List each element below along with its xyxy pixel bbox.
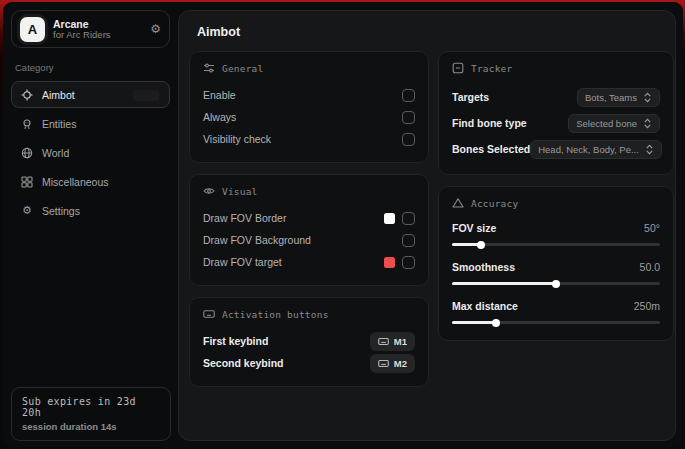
fov-size-value: 50° (644, 222, 660, 234)
setting-row-first-keybind: First keybind M1 (203, 330, 415, 352)
eye-icon (203, 185, 215, 197)
sidebar-item-label: World (42, 147, 69, 159)
visibility-check-checkbox[interactable] (402, 133, 415, 146)
slider-thumb[interactable] (492, 319, 500, 327)
sub-expiry-text: Sub expires in 23d 20h (22, 396, 160, 418)
activation-buttons-card: Activation buttons First keybind M1 S (189, 297, 429, 387)
square-minus-icon (452, 62, 464, 74)
setting-row-find-bone-type: Find bone type Selected bone (452, 110, 660, 136)
max-distance-setting: Max distance 250m (452, 297, 660, 328)
brand-card: A Arcane for Arc Riders ⚙ (11, 10, 170, 48)
fov-size-slider[interactable] (452, 238, 660, 250)
left-column: General Enable Always Visibility check (189, 51, 429, 398)
sidebar-item-label: Settings (42, 205, 80, 217)
setting-row-draw-fov-background: Draw FOV Background (203, 229, 415, 251)
find-bone-type-dropdown[interactable]: Selected bone (568, 114, 660, 133)
brand-logo: A (20, 17, 45, 42)
sidebar: A Arcane for Arc Riders ⚙ Category Aimbo… (3, 2, 178, 447)
setting-row-always: Always (203, 106, 415, 128)
visual-card: Visual Draw FOV Border Draw FOV Backgrou… (189, 174, 429, 286)
card-title: Activation buttons (222, 309, 329, 320)
sidebar-item-entities[interactable]: Entities (11, 110, 170, 137)
bones-selected-dropdown[interactable]: Head, Neck, Body, Pe... (530, 140, 662, 159)
card-title: General (222, 63, 263, 74)
keybind-ghost-badge (133, 90, 159, 101)
sidebar-item-label: Miscellaneous (42, 176, 109, 188)
second-keybind-button[interactable]: M2 (370, 354, 415, 373)
sidebar-item-label: Entities (42, 118, 76, 130)
sidebar-nav: Aimbot Entities World (11, 81, 170, 224)
page-title: Aimbot (179, 11, 675, 39)
brand-subtitle: for Arc Riders (53, 30, 142, 41)
card-title: Tracker (471, 63, 512, 74)
sidebar-item-aimbot[interactable]: Aimbot (11, 81, 170, 108)
first-keybind-button[interactable]: M1 (370, 332, 415, 351)
card-title: Accuracy (471, 198, 518, 209)
fov-target-color-swatch[interactable] (384, 257, 395, 268)
draw-fov-background-checkbox[interactable] (402, 234, 415, 247)
entities-icon (21, 118, 33, 130)
grid-icon (21, 176, 33, 188)
slider-thumb[interactable] (477, 241, 485, 249)
card-title: Visual (222, 186, 258, 197)
crosshair-icon (21, 89, 33, 101)
setting-row-targets: Targets Bots, Teams (452, 84, 660, 110)
chevrons-up-down-icon (643, 92, 652, 103)
settings-gear-icon: ⚙ (21, 205, 33, 217)
slider-thumb[interactable] (552, 280, 560, 288)
gear-icon[interactable]: ⚙ (150, 22, 161, 36)
targets-dropdown[interactable]: Bots, Teams (577, 88, 660, 107)
fov-border-color-swatch[interactable] (384, 213, 395, 224)
general-card: General Enable Always Visibility check (189, 51, 429, 163)
sidebar-item-label: Aimbot (42, 89, 75, 101)
setting-row-draw-fov-border: Draw FOV Border (203, 207, 415, 229)
max-distance-slider[interactable] (452, 316, 660, 328)
draw-fov-border-checkbox[interactable] (402, 212, 415, 225)
sidebar-item-world[interactable]: World (11, 139, 170, 166)
right-column: Tracker Targets Bots, Teams Find bone (438, 51, 674, 352)
category-label: Category (15, 62, 166, 73)
setting-row-draw-fov-target: Draw FOV target (203, 251, 415, 273)
triangle-icon (452, 197, 464, 209)
keyboard-small-icon (378, 336, 389, 347)
smoothness-slider[interactable] (452, 277, 660, 289)
always-checkbox[interactable] (402, 111, 415, 124)
session-duration-text: session duration 14s (22, 421, 160, 432)
brand-name: Arcane (53, 18, 142, 30)
chevrons-up-down-icon (645, 144, 654, 155)
app-window: A Arcane for Arc Riders ⚙ Category Aimbo… (3, 2, 683, 447)
keyboard-small-icon (378, 358, 389, 369)
setting-row-second-keybind: Second keybind M2 (203, 352, 415, 374)
max-distance-value: 250m (634, 300, 660, 312)
sidebar-item-miscellaneous[interactable]: Miscellaneous (11, 168, 170, 195)
fov-size-setting: FOV size 50° (452, 219, 660, 250)
chevrons-up-down-icon (643, 118, 652, 129)
setting-row-enable: Enable (203, 84, 415, 106)
smoothness-value: 50.0 (640, 261, 660, 273)
accuracy-card: Accuracy FOV size 50° Smoothness (438, 186, 674, 341)
draw-fov-target-checkbox[interactable] (402, 256, 415, 269)
setting-row-visibility-check: Visibility check (203, 128, 415, 150)
sliders-icon (203, 62, 215, 74)
subscription-box: Sub expires in 23d 20h session duration … (11, 387, 171, 441)
smoothness-setting: Smoothness 50.0 (452, 258, 660, 289)
enable-checkbox[interactable] (402, 89, 415, 102)
tracker-card: Tracker Targets Bots, Teams Find bone (438, 51, 674, 175)
sidebar-item-settings[interactable]: ⚙ Settings (11, 197, 170, 224)
globe-icon (21, 147, 33, 159)
setting-row-bones-selected: Bones Selected Head, Neck, Body, Pe... (452, 136, 660, 162)
keyboard-icon (203, 308, 215, 320)
main-panel: Aimbot General Enable Always (178, 10, 676, 441)
